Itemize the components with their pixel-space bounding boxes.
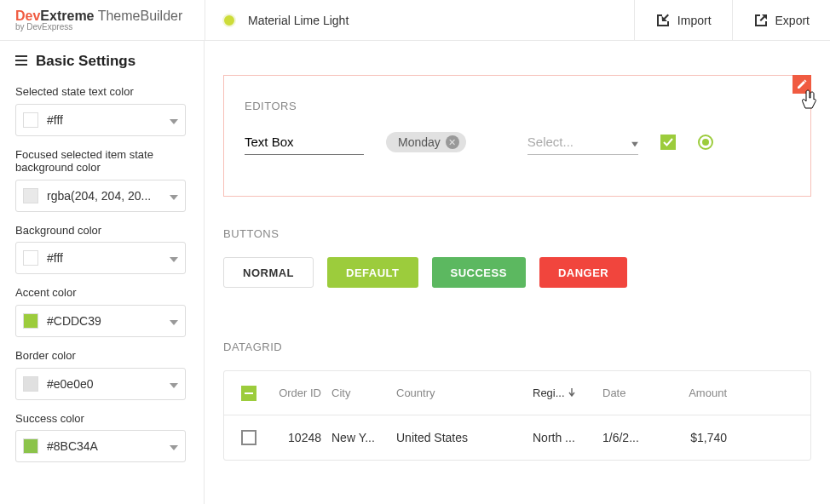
- select-placeholder: Select...: [527, 135, 574, 149]
- chevron-down-icon: [170, 376, 178, 392]
- chevron-down-icon: [170, 188, 178, 203]
- field-label: Background color: [15, 224, 188, 238]
- color-input[interactable]: #CDDC39: [15, 305, 186, 337]
- color-swatch: [23, 313, 38, 329]
- normal-button[interactable]: NORMAL: [223, 257, 314, 288]
- buttons-title: BUTTONS: [223, 227, 811, 240]
- import-label: Import: [677, 14, 712, 27]
- field-label: Focused selected item state background c…: [15, 148, 188, 175]
- theme-selector[interactable]: Material Lime Light: [205, 0, 634, 40]
- color-swatch: [23, 112, 38, 128]
- export-button[interactable]: Export: [732, 0, 830, 40]
- cell-amount: $1,740: [664, 431, 741, 444]
- color-input[interactable]: #8BC34A: [15, 430, 186, 462]
- cell-region: North ...: [533, 431, 602, 444]
- field-label: Selected state text color: [15, 85, 188, 99]
- col-amount[interactable]: Amount: [664, 387, 741, 399]
- tag-chip[interactable]: Monday ✕: [386, 132, 466, 152]
- color-input[interactable]: rgba(204, 204, 20...: [15, 180, 186, 212]
- color-swatch: [23, 250, 38, 266]
- field-label: Border color: [15, 349, 188, 363]
- buttons-row: NORMAL DEFAULT SUCCESS DANGER: [223, 257, 811, 288]
- cell-city: New Y...: [331, 431, 396, 444]
- theme-color-dot: [222, 14, 236, 27]
- datagrid-header: Order ID City Country Regi... Date Amoun…: [224, 371, 810, 415]
- radio-dot: [702, 139, 709, 146]
- datagrid-title: DATAGRID: [223, 341, 811, 353]
- brand-product: ThemeBuilder: [95, 9, 183, 23]
- brand-prefix: Dev: [15, 9, 40, 23]
- chip-remove-icon[interactable]: ✕: [446, 135, 459, 149]
- textbox-input[interactable]: [245, 129, 364, 155]
- cursor-hand-icon: [800, 89, 817, 113]
- settings-sidebar: Basic Settings Selected state text color…: [0, 41, 205, 504]
- chip-label: Monday: [398, 135, 441, 149]
- checkbox-checked[interactable]: [660, 135, 676, 150]
- datagrid: Order ID City Country Regi... Date Amoun…: [223, 370, 811, 461]
- col-date[interactable]: Date: [602, 387, 664, 399]
- sidebar-title: Basic Settings: [36, 53, 135, 70]
- col-order[interactable]: Order ID: [274, 387, 331, 399]
- col-region[interactable]: Regi...: [533, 387, 602, 399]
- export-icon: [753, 13, 769, 28]
- default-button[interactable]: DEFAULT: [327, 257, 418, 288]
- field-label: Accent color: [15, 286, 188, 300]
- color-value: #fff: [47, 113, 63, 127]
- editors-title: EDITORS: [245, 100, 790, 112]
- check-icon: [663, 138, 673, 146]
- preview-area: EDITORS Monday ✕ Select... BUTTONS NORMA…: [205, 41, 830, 504]
- col-city[interactable]: City: [331, 387, 396, 399]
- cell-order: 10248: [274, 431, 331, 444]
- color-value: #e0e0e0: [47, 377, 94, 391]
- color-value: #CDDC39: [47, 314, 101, 328]
- col-region-label: Regi...: [533, 387, 565, 399]
- color-swatch: [23, 376, 38, 392]
- color-input[interactable]: #fff: [15, 242, 186, 274]
- editors-group: EDITORS Monday ✕ Select...: [223, 75, 811, 197]
- select-all-checkbox[interactable]: [241, 386, 256, 401]
- color-swatch: [23, 188, 38, 203]
- field-label: Success color: [15, 412, 188, 426]
- chevron-down-icon: [170, 250, 178, 266]
- app-header: DevExtreme ThemeBuilder by DevExpress Ma…: [0, 0, 830, 41]
- brand-suffix: Extreme: [40, 9, 94, 23]
- color-value: #8BC34A: [47, 439, 98, 453]
- color-swatch: [23, 438, 38, 454]
- table-row[interactable]: 10248 New Y... United States North ... 1…: [224, 415, 810, 460]
- danger-button[interactable]: DANGER: [539, 257, 627, 288]
- chevron-down-icon: [170, 112, 178, 128]
- pencil-icon: [797, 79, 807, 89]
- success-button[interactable]: SUCCESS: [432, 257, 526, 288]
- menu-icon[interactable]: [15, 54, 27, 69]
- export-label: Export: [775, 14, 810, 27]
- color-value: #fff: [47, 251, 63, 265]
- import-button[interactable]: Import: [634, 0, 732, 40]
- chevron-down-icon: [631, 135, 638, 149]
- brand-block: DevExtreme ThemeBuilder by DevExpress: [0, 3, 205, 37]
- col-country[interactable]: Country: [396, 387, 533, 399]
- import-icon: [655, 13, 671, 28]
- chevron-down-icon: [170, 438, 178, 454]
- color-input[interactable]: #e0e0e0: [15, 368, 186, 400]
- row-checkbox[interactable]: [241, 430, 256, 445]
- select-input[interactable]: Select...: [527, 129, 638, 155]
- color-input[interactable]: #fff: [15, 104, 186, 136]
- cell-country: United States: [396, 431, 533, 444]
- cell-date: 1/6/2...: [602, 431, 664, 444]
- chevron-down-icon: [170, 313, 178, 329]
- theme-name: Material Lime Light: [248, 14, 349, 27]
- color-value: rgba(204, 204, 20...: [47, 189, 151, 203]
- radio-selected[interactable]: [698, 135, 713, 150]
- sort-desc-icon: [568, 387, 575, 399]
